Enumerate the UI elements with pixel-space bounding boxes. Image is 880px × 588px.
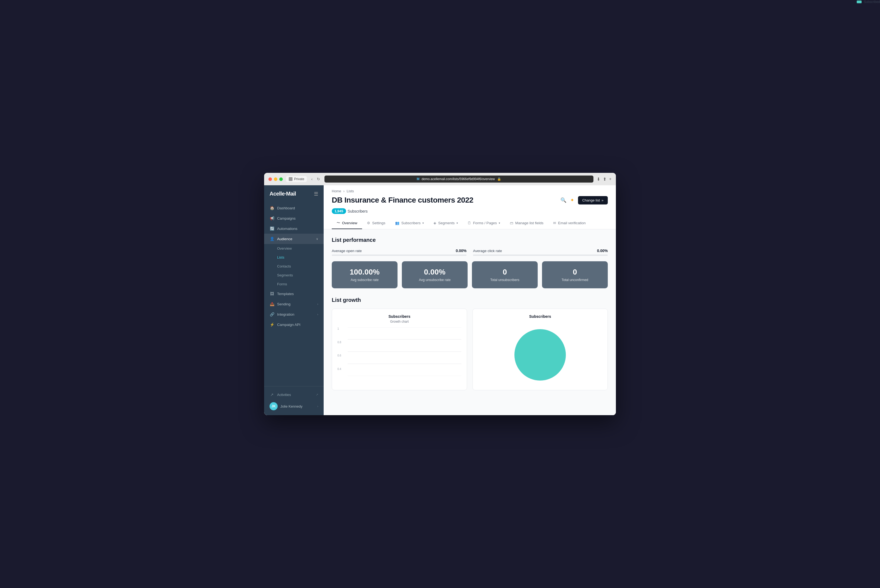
sidebar-sub-forms[interactable]: Forms [264,280,324,289]
stat-subscribe-rate-label: Avg subscribe rate [351,278,378,282]
tab-segments-icon: ◈ [434,221,436,225]
header-actions: 🔍 ✦ Change list » [560,196,608,204]
click-rate-bar [473,255,608,256]
user-name: Jolie Kennedy [280,404,314,408]
sidebar-label-campaigns: Campaigns [277,216,296,220]
performance-title: List performance [332,237,608,243]
minimize-button[interactable] [274,177,277,181]
y-tick-1: 1 [338,327,345,330]
sidebar-label-sending: Sending [277,302,291,306]
stat-card-unsubscribe-rate: 0.00% Avg unsubscribe rate [402,261,468,288]
sending-arrow: › [317,302,318,306]
sidebar-nav: 🏠 Dashboard 📢 Campaigns 🔄 Automations [264,201,324,386]
back-button[interactable]: ‹ [310,176,314,182]
integration-icon: 🔗 [270,312,275,317]
sidebar-sub-segments[interactable]: Segments [264,271,324,280]
browser-tab[interactable]: Private [286,176,307,182]
sidebar-footer: ↗ Activities ↗ JK Jolie Kennedy › [264,386,324,415]
main-content: Home › Lists DB Insurance & Finance cust… [324,185,616,415]
growth-section: List growth Subscribers Growth chart 1 0… [332,297,608,390]
theme-toggle-button[interactable]: ✦ [570,197,574,203]
tab-settings-label: Settings [372,221,385,225]
campaign-api-icon: ⚡ [270,322,275,327]
address-bar[interactable]: M demo.acellemail.com/lists/5966ef9d994f… [324,176,593,183]
sidebar-item-audience[interactable]: 👤 Audience ∨ [264,234,324,244]
tab-forms-pages[interactable]: 🗒 Forms / Pages ▾ [463,218,505,229]
browser-nav-buttons: ‹ ↻ [310,176,321,182]
sidebar-item-integration[interactable]: 🔗 Integration › [264,309,324,320]
stats-cards: 100.00% Avg subscribe rate 0.00% Avg uns… [332,261,608,288]
sidebar-logo-area: Acelle·Mail ☰ [264,185,324,201]
growth-title: List growth [332,297,608,303]
stat-card-total-unsubscribers: 0 Total unsubscribers [472,261,538,288]
traffic-lights [269,177,283,181]
open-rate-bar [332,255,467,256]
search-button[interactable]: 🔍 [560,197,566,203]
app-layout: Acelle·Mail ☰ 🏠 Dashboard 📢 Campaigns [264,185,616,415]
stat-card-total-unconfirmed: 0 Total unconfirmed [542,261,608,288]
sidebar-sub-label-forms: Forms [277,282,287,286]
tab-subscribers-label: Subscribers [401,221,420,225]
open-rate-card: Average open rate 0.00% [332,249,467,256]
breadcrumb-home[interactable]: Home [332,189,341,193]
sidebar-item-sending[interactable]: 📤 Sending › [264,299,324,309]
sidebar-activities[interactable]: ↗ Activities ↗ [264,390,324,399]
sidebar-sub-label-overview: Overview [277,246,292,250]
page-title: DB Insurance & Finance customers 2022 [332,196,473,204]
share-icon[interactable]: ⬆ [603,177,607,182]
sidebar-sub-lists[interactable]: Lists [264,253,324,262]
sidebar: Acelle·Mail ☰ 🏠 Dashboard 📢 Campaigns [264,185,324,415]
y-axis: 1 0.8 0.6 0.4 [338,327,345,376]
line-chart-subtitle: Growth chart [338,320,461,324]
close-button[interactable] [269,177,272,181]
new-tab-icon[interactable]: + [609,177,611,182]
subscriber-count: 1,945 [332,208,346,214]
activities-external-icon: ↗ [316,393,318,396]
tab-manage-list-fields-icon: 🗃 [510,221,513,225]
tab-favicon [289,177,293,181]
sidebar-item-automations[interactable]: 🔄 Automations [264,224,324,234]
tab-email-verification[interactable]: ✉ Email verification [548,218,590,229]
sidebar-sub-contacts[interactable]: Contacts [264,262,324,271]
url-text: demo.acellemail.com/lists/5966ef9d994f6/… [422,177,495,181]
change-list-button[interactable]: Change list » [578,196,608,204]
templates-icon: 🖼 [270,291,275,296]
refresh-button[interactable]: ↻ [316,176,321,182]
tab-forms-pages-arrow: ▾ [499,222,500,225]
sidebar-sub-label-contacts: Contacts [277,264,291,268]
stat-total-unconfirmed-value: 0 [573,268,577,276]
sidebar-label-automations: Automations [277,226,297,231]
tab-nav: 〜 Overview ⚙ Settings 👥 Subscribers ▾ ◈ [332,218,608,229]
tab-settings-icon: ⚙ [367,221,370,225]
tab-manage-list-fields[interactable]: 🗃 Manage list fields [505,218,548,229]
svg-point-5 [514,329,566,381]
sidebar-item-campaigns[interactable]: 📢 Campaigns [264,213,324,224]
tab-segments[interactable]: ◈ Segments ▾ [429,218,463,229]
tab-settings[interactable]: ⚙ Settings [362,218,390,229]
stat-subscribe-rate-value: 100.00% [350,268,380,276]
content-area: List performance Average open rate 0.00% [324,230,616,398]
pie-chart-title: Subscribers [478,314,602,319]
sidebar-toggle-icon[interactable]: ☰ [314,191,318,197]
line-chart-area: 1 0.8 0.6 0.4 [338,327,461,376]
download-icon[interactable]: ⬇ [597,177,600,182]
tab-email-verification-label: Email verification [558,221,586,225]
campaigns-icon: 📢 [270,216,275,221]
tab-overview[interactable]: 〜 Overview [332,218,362,229]
sidebar-item-dashboard[interactable]: 🏠 Dashboard [264,203,324,213]
tab-segments-arrow: ▾ [457,222,458,225]
sidebar-item-campaign-api[interactable]: ⚡ Campaign API [264,320,324,330]
change-list-arrow: » [602,198,604,202]
tab-subscribers[interactable]: 👥 Subscribers ▾ [390,218,429,229]
click-rate-card: Average click rate 0.00% [473,249,608,256]
stat-unsubscribe-rate-value: 0.00% [424,268,445,276]
user-profile[interactable]: JK Jolie Kennedy › [264,399,324,413]
sidebar-sub-overview[interactable]: Overview [264,244,324,253]
pie-chart-svg [511,325,570,385]
maximize-button[interactable] [279,177,283,181]
breadcrumb-sep: › [343,189,344,193]
sidebar-item-templates[interactable]: 🖼 Templates [264,289,324,299]
line-chart-title: Subscribers [338,314,461,319]
tab-email-verification-icon: ✉ [553,221,556,225]
stat-total-unconfirmed-label: Total unconfirmed [562,278,588,282]
